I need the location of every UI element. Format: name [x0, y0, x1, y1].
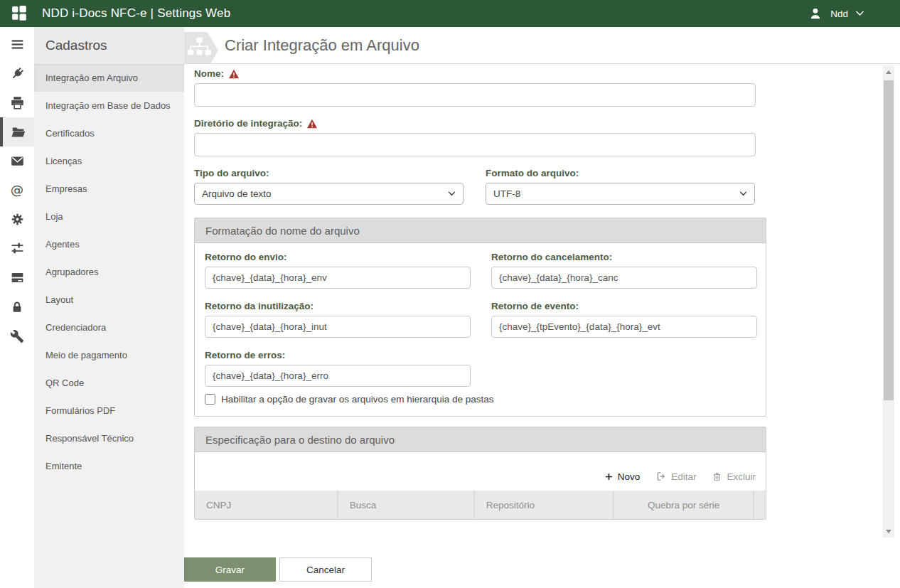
tipo-arquivo-label: Tipo do arquivo: [194, 168, 269, 178]
chevron-down-icon [739, 191, 747, 196]
sidebar: Cadastros Integração em Arquivo Integraç… [34, 27, 184, 588]
user-icon [808, 6, 823, 21]
sidebar-item-agrupadores[interactable]: Agrupadores [34, 258, 184, 286]
editar-button[interactable]: Editar [655, 471, 696, 482]
retorno-inutilizacao-label: Retorno da inutilização: [205, 301, 314, 311]
sidebar-item-responsavel-tecnico[interactable]: Responsável Técnico [34, 424, 184, 452]
page-title: Criar Integração em Arquivo [225, 36, 419, 55]
server-icon[interactable] [0, 263, 34, 292]
trash-icon [712, 471, 722, 482]
icon-rail: @ [0, 27, 34, 588]
formatacao-panel: Formatação do nome do arquivo Retorno do… [194, 218, 766, 417]
nome-label: Nome: [194, 68, 224, 79]
col-repositorio: Repositório [475, 491, 615, 519]
sidebar-item-empresas[interactable]: Empresas [34, 175, 184, 203]
chevron-down-icon [855, 11, 864, 16]
retorno-cancelamento-input[interactable] [491, 267, 757, 289]
sidebar-item-agentes[interactable]: Agentes [34, 230, 184, 258]
user-name: Ndd [830, 9, 848, 19]
sidebar-title: Cadastros [34, 27, 184, 64]
hierarquia-pastas-checkbox[interactable] [205, 394, 215, 405]
hierarquia-pastas-label: Habilitar a opção de gravar os arquivos … [221, 394, 493, 405]
app-grid-logo [10, 4, 29, 23]
edit-arrow-icon [655, 471, 667, 482]
chevron-down-icon [448, 191, 456, 196]
retorno-evento-input[interactable] [491, 316, 757, 338]
sidebar-item-integracao-arquivo[interactable]: Integração em Arquivo [34, 64, 184, 92]
vertical-scrollbar[interactable] [883, 65, 894, 538]
formato-arquivo-select[interactable]: UTF-8 [486, 183, 755, 205]
destino-toolbar: Novo Editar [195, 452, 766, 491]
sidebar-item-credenciadora[interactable]: Credenciadora [34, 314, 184, 341]
especificacao-panel-title: Especificação para o destino do arquivo [195, 427, 766, 452]
nome-label-row: Nome: [194, 68, 872, 79]
plus-icon [604, 472, 614, 481]
lock-icon[interactable] [0, 292, 34, 321]
wrench-icon[interactable] [0, 321, 34, 351]
sitemap-badge-icon [184, 32, 218, 64]
scrollbar-thumb[interactable] [884, 80, 894, 400]
sidebar-item-certificados[interactable]: Certificados [34, 119, 184, 147]
retorno-cancelamento-label: Retorno do cancelamento: [491, 252, 612, 262]
at-sign-icon[interactable]: @ [0, 176, 34, 205]
menu-icon[interactable] [0, 30, 34, 59]
sidebar-item-meio-pagamento[interactable]: Meio de pagamento [34, 341, 184, 369]
diretorio-label-row: Diretório de integração: [194, 118, 872, 129]
retorno-erros-label: Retorno de erros: [205, 350, 285, 360]
page-header: Criar Integração em Arquivo [184, 27, 900, 64]
col-cnpj: CNPJ [195, 491, 338, 519]
svg-text:@: @ [11, 183, 23, 197]
sliders-icon[interactable] [0, 234, 34, 263]
tipo-arquivo-select[interactable]: Arquivo de texto [194, 183, 464, 205]
plug-icon[interactable] [0, 59, 34, 88]
sidebar-item-loja[interactable]: Loja [34, 203, 184, 230]
tipo-arquivo-value: Arquivo de texto [202, 188, 272, 199]
sidebar-item-qr-code[interactable]: QR Code [34, 369, 184, 397]
diretorio-label: Diretório de integração: [194, 118, 302, 129]
sidebar-item-emitente[interactable]: Emitente [34, 452, 184, 480]
sidebar-item-layout[interactable]: Layout [34, 286, 184, 314]
col-busca: Busca [338, 491, 475, 519]
formato-arquivo-label: Formato do arquivo: [486, 168, 579, 178]
novo-button[interactable]: Novo [604, 471, 641, 482]
retorno-evento-label: Retorno de evento: [491, 301, 579, 311]
diretorio-input[interactable] [194, 133, 756, 156]
retorno-envio-input[interactable] [205, 267, 471, 289]
main-content: Criar Integração em Arquivo Nome: Diretó… [184, 27, 900, 588]
window-title: NDD i-Docs NFC-e | Settings Web [42, 6, 230, 21]
save-button[interactable]: Gravar [184, 557, 276, 582]
warning-triangle-icon [228, 69, 240, 79]
sidebar-item-integracao-base-dados[interactable]: Integração em Base de Dados [34, 92, 184, 119]
especificacao-panel: Especificação para o destino do arquivo … [194, 427, 766, 520]
formatacao-panel-title: Formatação do nome do arquivo [195, 218, 766, 243]
retorno-envio-label: Retorno do envio: [205, 252, 287, 262]
mail-icon[interactable] [0, 146, 34, 176]
user-menu[interactable]: Ndd [808, 6, 864, 21]
cancel-button[interactable]: Cancelar [279, 557, 372, 582]
warning-triangle-icon [306, 119, 318, 129]
formato-arquivo-value: UTF-8 [493, 188, 520, 199]
excluir-button[interactable]: Excluir [712, 471, 756, 482]
form-scroll-area: Nome: Diretório de integração: [184, 64, 900, 539]
folder-open-icon[interactable] [0, 117, 34, 146]
form-footer: Gravar Cancelar [184, 539, 900, 582]
app-header: NDD i-Docs NFC-e | Settings Web Ndd [0, 0, 900, 27]
sidebar-item-licencas[interactable]: Licenças [34, 147, 184, 175]
nome-input[interactable] [194, 83, 756, 107]
retorno-inutilizacao-input[interactable] [205, 316, 471, 338]
retorno-erros-input[interactable] [205, 365, 471, 387]
destino-table-header: CNPJ Busca Repositório Quebra por série [195, 491, 766, 519]
gear-icon[interactable] [0, 205, 34, 234]
sidebar-item-formularios-pdf[interactable]: Formulários PDF [34, 397, 184, 424]
scrollbar-up-button[interactable] [883, 65, 894, 78]
col-quebra-serie: Quebra por série [614, 491, 754, 519]
scrollbar-down-button[interactable] [883, 525, 894, 538]
printer-icon[interactable] [0, 88, 34, 117]
